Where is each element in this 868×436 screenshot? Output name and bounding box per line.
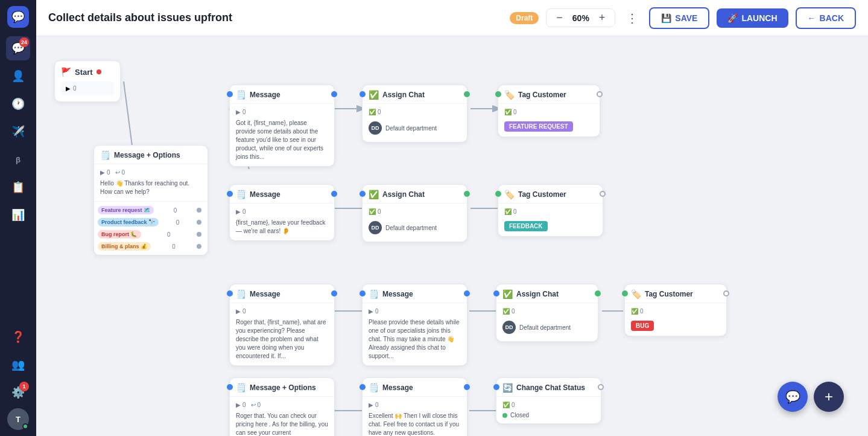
sidebar-item-contacts[interactable]: 👤 <box>6 64 30 88</box>
output-port <box>723 290 729 297</box>
start-status-dot <box>97 69 101 74</box>
feature-request-tag: FEATURE REQUEST <box>504 121 573 132</box>
online-status-indicator <box>22 423 28 429</box>
assign-icon: ✅ <box>369 90 379 100</box>
output-port <box>598 384 604 390</box>
zoom-out-button[interactable]: − <box>554 11 565 24</box>
dept-avatar: DD <box>369 221 382 234</box>
option-port <box>197 220 201 225</box>
row4-message-node[interactable]: 🗒️ Message ▶ 0 Excellent 🙌 Then I will c… <box>362 377 467 436</box>
flow-canvas[interactable]: 🚩 Start ▶ 0 🗒️ Message + Options ▶ 0 <box>36 36 868 436</box>
chat-support-fab[interactable]: 💬 <box>778 382 808 412</box>
option-bug-report[interactable]: Bug report 🐛 0 <box>94 228 207 240</box>
tag-icon: 🏷️ <box>631 289 641 299</box>
flow-container: 🚩 Start ▶ 0 🗒️ Message + Options ▶ 0 <box>48 48 863 436</box>
start-node[interactable]: 🚩 Start ▶ 0 <box>54 60 121 102</box>
send-icon: ✈️ <box>11 125 25 138</box>
bug-tag: BUG <box>631 321 654 331</box>
feedback-tag: FEEDBACK <box>504 221 548 231</box>
sidebar-item-settings[interactable]: ⚙️ 1 <box>6 380 30 405</box>
input-port <box>493 384 499 390</box>
row4-message-options-node[interactable]: 🗒️ Message + Options ▶ 0 ↩ 0 Roger that.… <box>229 377 335 436</box>
input-port <box>360 384 366 390</box>
row1-assign-chat-node[interactable]: ✅ Assign Chat ✅ 0 DD Default department <box>362 85 467 143</box>
history-icon: 🕐 <box>11 97 25 111</box>
output-port <box>597 91 603 97</box>
output-port <box>331 191 337 197</box>
analytics-icon: 📊 <box>11 208 25 222</box>
sidebar-item-team[interactable]: 👥 <box>6 353 30 377</box>
sidebar-item-send[interactable]: ✈️ <box>6 120 30 144</box>
back-button[interactable]: ← BACK <box>796 7 856 29</box>
message-options-icon: 🗒️ <box>236 383 246 393</box>
input-port <box>227 191 233 197</box>
row3-assign-chat-node[interactable]: ✅ Assign Chat ✅ 0 DD Default department <box>496 284 598 342</box>
input-port <box>622 290 628 297</box>
output-port <box>464 191 470 197</box>
row3-tag-customer-node[interactable]: 🏷️ Tag Customer ✅ 0 BUG <box>624 284 727 336</box>
sidebar-item-chat[interactable]: 💬 24 <box>6 36 30 60</box>
row3-message2-node[interactable]: 🗒️ Message ▶ 0 Please provide these deta… <box>362 284 467 366</box>
option-product-feedback[interactable]: Product feedback 🔭 0 <box>94 216 207 228</box>
option-port <box>197 232 201 237</box>
option-port <box>197 244 201 249</box>
user-avatar[interactable]: T <box>7 408 29 430</box>
row2-message-node[interactable]: 🗒️ Message ▶ 0 {first_name}, leave your … <box>229 184 335 241</box>
sidebar-item-beta[interactable]: β <box>6 147 30 172</box>
add-node-fab[interactable]: + <box>814 382 844 412</box>
help-icon: ❓ <box>11 330 25 344</box>
input-port <box>360 91 366 97</box>
row4-change-status-node[interactable]: 🔄 Change Chat Status ✅ 0 Closed <box>496 377 601 424</box>
row2-assign-chat-node[interactable]: ✅ Assign Chat ✅ 0 DD Default department <box>362 184 467 242</box>
sidebar-item-history[interactable]: 🕐 <box>6 92 30 116</box>
sidebar-item-help[interactable]: ❓ <box>6 325 30 349</box>
input-port <box>360 191 366 197</box>
message-options-icon: 🗒️ <box>100 150 110 160</box>
header: Collect details about issues upfront Dra… <box>36 0 868 36</box>
zoom-in-button[interactable]: + <box>597 11 608 24</box>
team-icon: 👥 <box>11 358 25 371</box>
row2-tag-customer-node[interactable]: 🏷️ Tag Customer ✅ 0 FEEDBACK <box>498 184 603 237</box>
tag-icon: 🏷️ <box>504 190 515 199</box>
play-icon: ▶ <box>66 85 71 92</box>
message-options-main-node[interactable]: 🗒️ Message + Options ▶ 0 ↩ 0 Hello 👋 Tha… <box>93 145 208 255</box>
output-port <box>331 91 337 97</box>
main-content: Collect details about issues upfront Dra… <box>36 0 868 436</box>
message-icon: 🗒️ <box>369 383 379 393</box>
flag-icon: 🚩 <box>61 67 71 77</box>
contacts-icon: 👤 <box>11 69 25 83</box>
save-button[interactable]: 💾 SAVE <box>649 7 709 29</box>
option-feature-request[interactable]: Feature request 🗺️ 0 <box>94 204 207 216</box>
output-port <box>464 290 470 297</box>
sidebar: 💬 💬 24 👤 🕐 ✈️ β 📋 📊 ❓ 👥 ⚙️ 1 T <box>0 0 36 436</box>
more-options-button[interactable]: ⋮ <box>622 8 642 28</box>
input-port <box>227 91 233 97</box>
input-port <box>227 384 233 390</box>
page-title: Collect details about issues upfront <box>48 11 502 24</box>
message-icon: 🗒️ <box>369 289 379 299</box>
status-icon: 🔄 <box>502 383 513 393</box>
tag-icon: 🏷️ <box>504 90 515 100</box>
input-port <box>227 290 233 297</box>
row1-tag-customer-node[interactable]: 🏷️ Tag Customer ✅ 0 FEATURE REQUEST <box>498 85 600 137</box>
sidebar-item-inbox[interactable]: 📋 <box>6 175 30 199</box>
sidebar-item-analytics[interactable]: 📊 <box>6 203 30 227</box>
logo[interactable]: 💬 <box>7 6 29 28</box>
output-port <box>464 384 470 390</box>
draft-badge: Draft <box>510 12 539 24</box>
row1-message-node[interactable]: 🗒️ Message ▶ 0 Got it, {first_name}, ple… <box>229 85 335 167</box>
chat-badge: 24 <box>19 37 29 47</box>
input-port <box>360 290 366 297</box>
dept-avatar: DD <box>369 121 382 135</box>
row3-message1-node[interactable]: 🗒️ Message ▶ 0 Roger that, {first_name},… <box>229 284 335 366</box>
message-icon: 🗒️ <box>236 190 246 199</box>
zoom-controls: − 60% + <box>546 8 615 27</box>
output-port <box>464 91 470 97</box>
plus-icon: + <box>825 388 833 405</box>
input-port <box>495 91 501 97</box>
option-billing[interactable]: Billing & plans 💰 0 <box>94 240 207 252</box>
settings-badge: 1 <box>19 382 29 391</box>
launch-button[interactable]: 🚀 LAUNCH <box>717 8 788 28</box>
output-port <box>600 191 606 197</box>
dept-avatar: DD <box>502 321 516 334</box>
